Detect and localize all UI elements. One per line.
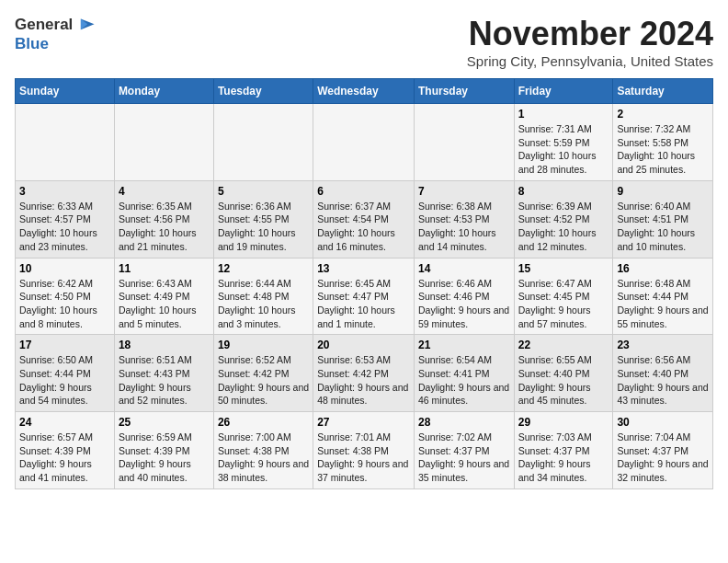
- day-number: 26: [218, 416, 309, 429]
- day-info: Sunrise: 6:33 AM Sunset: 4:57 PM Dayligh…: [19, 200, 110, 254]
- day-number: 7: [418, 185, 510, 198]
- calendar-cell: 5Sunrise: 6:36 AM Sunset: 4:55 PM Daylig…: [213, 180, 313, 258]
- day-info: Sunrise: 7:04 AM Sunset: 4:37 PM Dayligh…: [617, 431, 709, 485]
- calendar-cell: [16, 104, 115, 181]
- day-number: 24: [19, 416, 110, 429]
- calendar-cell: 28Sunrise: 7:02 AM Sunset: 4:37 PM Dayli…: [414, 412, 514, 489]
- logo: General Blue: [15, 15, 96, 53]
- logo-icon: [75, 15, 96, 35]
- calendar-week-row: 3Sunrise: 6:33 AM Sunset: 4:57 PM Daylig…: [16, 180, 713, 258]
- title-block: November 2024 Spring City, Pennsylvania,…: [467, 15, 713, 69]
- calendar-cell: 4Sunrise: 6:35 AM Sunset: 4:56 PM Daylig…: [114, 180, 213, 258]
- day-info: Sunrise: 6:51 AM Sunset: 4:43 PM Dayligh…: [119, 353, 210, 408]
- day-info: Sunrise: 6:38 AM Sunset: 4:53 PM Dayligh…: [418, 200, 510, 254]
- calendar-cell: 21Sunrise: 6:54 AM Sunset: 4:41 PM Dayli…: [414, 335, 514, 412]
- calendar-cell: 27Sunrise: 7:01 AM Sunset: 4:38 PM Dayli…: [313, 412, 415, 489]
- calendar-header-row: SundayMondayTuesdayWednesdayThursdayFrid…: [16, 79, 713, 104]
- calendar-cell: [313, 104, 415, 181]
- calendar-week-row: 17Sunrise: 6:50 AM Sunset: 4:44 PM Dayli…: [16, 335, 713, 412]
- day-info: Sunrise: 6:46 AM Sunset: 4:46 PM Dayligh…: [418, 277, 510, 331]
- column-header-wednesday: Wednesday: [313, 79, 415, 104]
- day-number: 19: [218, 339, 309, 351]
- day-info: Sunrise: 6:54 AM Sunset: 4:41 PM Dayligh…: [418, 353, 510, 408]
- day-number: 2: [617, 108, 709, 121]
- day-number: 20: [317, 339, 410, 351]
- day-number: 22: [518, 339, 609, 351]
- calendar-cell: 2Sunrise: 7:32 AM Sunset: 5:58 PM Daylig…: [613, 104, 713, 181]
- day-info: Sunrise: 6:40 AM Sunset: 4:51 PM Dayligh…: [617, 200, 709, 254]
- calendar-cell: 11Sunrise: 6:43 AM Sunset: 4:49 PM Dayli…: [114, 258, 213, 335]
- day-number: 17: [19, 339, 110, 351]
- day-number: 23: [617, 339, 709, 351]
- day-number: 13: [317, 262, 410, 275]
- day-info: Sunrise: 6:43 AM Sunset: 4:49 PM Dayligh…: [119, 277, 210, 331]
- day-number: 11: [119, 262, 210, 275]
- column-header-friday: Friday: [514, 79, 613, 104]
- calendar-table: SundayMondayTuesdayWednesdayThursdayFrid…: [15, 78, 713, 489]
- calendar-cell: 22Sunrise: 6:55 AM Sunset: 4:40 PM Dayli…: [514, 335, 613, 412]
- day-info: Sunrise: 6:42 AM Sunset: 4:50 PM Dayligh…: [19, 277, 110, 331]
- day-number: 30: [617, 416, 709, 429]
- location-subtitle: Spring City, Pennsylvania, United States: [467, 53, 713, 69]
- calendar-cell: 23Sunrise: 6:56 AM Sunset: 4:40 PM Dayli…: [613, 335, 713, 412]
- day-info: Sunrise: 6:50 AM Sunset: 4:44 PM Dayligh…: [19, 353, 110, 408]
- day-info: Sunrise: 6:44 AM Sunset: 4:48 PM Dayligh…: [218, 277, 309, 331]
- day-info: Sunrise: 7:31 AM Sunset: 5:59 PM Dayligh…: [518, 122, 609, 177]
- calendar-cell: 3Sunrise: 6:33 AM Sunset: 4:57 PM Daylig…: [16, 180, 115, 258]
- month-title: November 2024: [467, 15, 713, 53]
- calendar-cell: 17Sunrise: 6:50 AM Sunset: 4:44 PM Dayli…: [16, 335, 115, 412]
- day-info: Sunrise: 6:57 AM Sunset: 4:39 PM Dayligh…: [19, 431, 110, 485]
- calendar-cell: 20Sunrise: 6:53 AM Sunset: 4:42 PM Dayli…: [313, 335, 415, 412]
- day-number: 8: [518, 185, 609, 198]
- day-info: Sunrise: 6:55 AM Sunset: 4:40 PM Dayligh…: [518, 353, 609, 408]
- day-number: 9: [617, 185, 709, 198]
- day-info: Sunrise: 6:48 AM Sunset: 4:44 PM Dayligh…: [617, 277, 709, 331]
- day-number: 14: [418, 262, 510, 275]
- day-info: Sunrise: 6:37 AM Sunset: 4:54 PM Dayligh…: [317, 200, 410, 254]
- page-header: General Blue November 2024 Spring City, …: [15, 15, 713, 69]
- day-info: Sunrise: 6:35 AM Sunset: 4:56 PM Dayligh…: [119, 200, 210, 254]
- calendar-cell: [414, 104, 514, 181]
- column-header-sunday: Sunday: [16, 79, 115, 104]
- day-info: Sunrise: 6:47 AM Sunset: 4:45 PM Dayligh…: [518, 277, 609, 331]
- day-number: 10: [19, 262, 110, 275]
- day-number: 15: [518, 262, 609, 275]
- logo-general-text: General: [15, 16, 73, 34]
- day-number: 1: [518, 108, 609, 121]
- calendar-week-row: 24Sunrise: 6:57 AM Sunset: 4:39 PM Dayli…: [16, 412, 713, 489]
- calendar-week-row: 10Sunrise: 6:42 AM Sunset: 4:50 PM Dayli…: [16, 258, 713, 335]
- day-number: 28: [418, 416, 510, 429]
- calendar-cell: 29Sunrise: 7:03 AM Sunset: 4:37 PM Dayli…: [514, 412, 613, 489]
- calendar-cell: 14Sunrise: 6:46 AM Sunset: 4:46 PM Dayli…: [414, 258, 514, 335]
- day-number: 27: [317, 416, 410, 429]
- column-header-saturday: Saturday: [613, 79, 713, 104]
- calendar-cell: 6Sunrise: 6:37 AM Sunset: 4:54 PM Daylig…: [313, 180, 415, 258]
- day-number: 25: [119, 416, 210, 429]
- day-info: Sunrise: 6:39 AM Sunset: 4:52 PM Dayligh…: [518, 200, 609, 254]
- column-header-monday: Monday: [114, 79, 213, 104]
- day-number: 21: [418, 339, 510, 351]
- calendar-cell: 1Sunrise: 7:31 AM Sunset: 5:59 PM Daylig…: [514, 104, 613, 181]
- day-info: Sunrise: 7:02 AM Sunset: 4:37 PM Dayligh…: [418, 431, 510, 485]
- calendar-cell: 9Sunrise: 6:40 AM Sunset: 4:51 PM Daylig…: [613, 180, 713, 258]
- calendar-cell: [213, 104, 313, 181]
- day-number: 4: [119, 185, 210, 198]
- column-header-thursday: Thursday: [414, 79, 514, 104]
- day-info: Sunrise: 6:52 AM Sunset: 4:42 PM Dayligh…: [218, 353, 309, 408]
- logo-blue-text: Blue: [15, 35, 49, 53]
- day-info: Sunrise: 6:45 AM Sunset: 4:47 PM Dayligh…: [317, 277, 410, 331]
- calendar-cell: 7Sunrise: 6:38 AM Sunset: 4:53 PM Daylig…: [414, 180, 514, 258]
- day-info: Sunrise: 6:36 AM Sunset: 4:55 PM Dayligh…: [218, 200, 309, 254]
- day-info: Sunrise: 6:53 AM Sunset: 4:42 PM Dayligh…: [317, 353, 410, 408]
- day-info: Sunrise: 6:59 AM Sunset: 4:39 PM Dayligh…: [119, 431, 210, 485]
- day-number: 18: [119, 339, 210, 351]
- day-info: Sunrise: 7:03 AM Sunset: 4:37 PM Dayligh…: [518, 431, 609, 485]
- day-info: Sunrise: 6:56 AM Sunset: 4:40 PM Dayligh…: [617, 353, 709, 408]
- day-number: 16: [617, 262, 709, 275]
- calendar-cell: 24Sunrise: 6:57 AM Sunset: 4:39 PM Dayli…: [16, 412, 115, 489]
- calendar-cell: 12Sunrise: 6:44 AM Sunset: 4:48 PM Dayli…: [213, 258, 313, 335]
- calendar-cell: 13Sunrise: 6:45 AM Sunset: 4:47 PM Dayli…: [313, 258, 415, 335]
- day-number: 29: [518, 416, 609, 429]
- day-info: Sunrise: 7:00 AM Sunset: 4:38 PM Dayligh…: [218, 431, 309, 485]
- calendar-cell: [114, 104, 213, 181]
